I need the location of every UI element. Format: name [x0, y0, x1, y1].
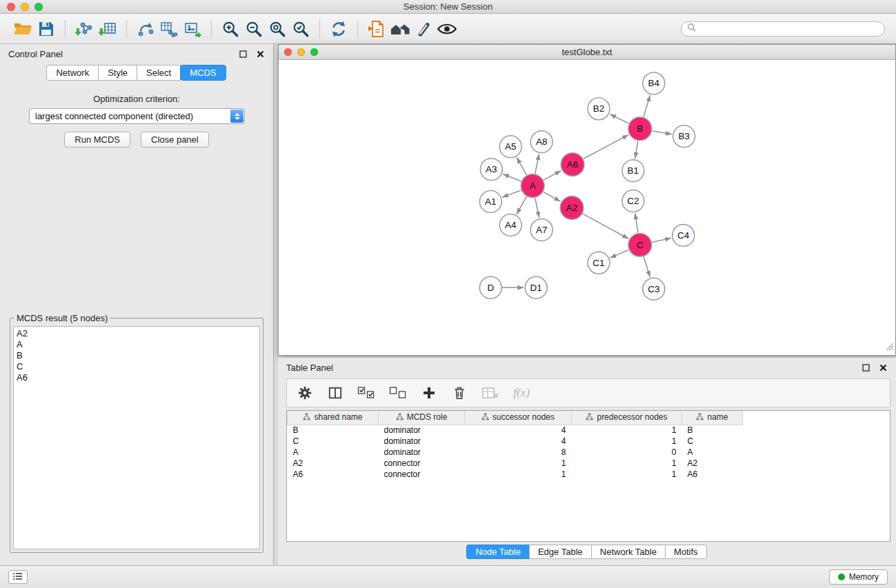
- table-cell[interactable]: 1: [572, 458, 682, 469]
- edge-A-A3[interactable]: [503, 174, 521, 181]
- edge-C-C2[interactable]: [635, 213, 638, 232]
- tab-node-table[interactable]: Node Table: [466, 545, 530, 559]
- graph-node-C1[interactable]: C1: [588, 252, 610, 274]
- graph-node-B1[interactable]: B1: [622, 160, 644, 182]
- home-icon[interactable]: [388, 18, 412, 40]
- float-panel-icon[interactable]: [239, 50, 248, 59]
- table-cell[interactable]: A6: [288, 469, 379, 480]
- table-cell[interactable]: B: [288, 425, 379, 436]
- apply-preferred-layout-icon[interactable]: [327, 18, 350, 40]
- table-cell[interactable]: A2: [682, 458, 743, 469]
- table-cell[interactable]: dominator: [379, 447, 465, 458]
- table-cell[interactable]: B: [682, 425, 743, 436]
- graph-node-C2[interactable]: C2: [622, 190, 644, 212]
- resize-grip-icon[interactable]: [886, 341, 894, 354]
- table-cell[interactable]: 0: [572, 447, 682, 458]
- table-cell[interactable]: 1: [465, 458, 572, 469]
- graph-node-B3[interactable]: B3: [673, 125, 695, 148]
- table-cell[interactable]: 1: [572, 469, 682, 480]
- table-row[interactable]: Bdominator41B: [288, 425, 743, 436]
- graph-node-A1[interactable]: A1: [479, 191, 501, 213]
- tab-motifs[interactable]: Motifs: [665, 545, 707, 559]
- open-session-icon[interactable]: [11, 18, 34, 40]
- network-window-titlebar[interactable]: testGlobe.txt: [279, 45, 895, 60]
- edge-A-A1[interactable]: [502, 190, 521, 197]
- table-cell[interactable]: 1: [572, 436, 682, 447]
- edge-B-B3[interactable]: [652, 131, 672, 134]
- graph-node-A4[interactable]: A4: [499, 214, 521, 236]
- graph-node-C[interactable]: C: [628, 233, 652, 256]
- column-header-name[interactable]: name: [682, 411, 743, 425]
- network-graph[interactable]: B4B2BB3A5A8A6B1A3AC2A1A2A4A7CC4C1C3DD1: [279, 61, 895, 355]
- column-header-shared-name[interactable]: shared name: [288, 411, 379, 425]
- delete-column-trash-icon[interactable]: [451, 384, 468, 402]
- table-cell[interactable]: connector: [379, 458, 465, 469]
- edge-B-B4[interactable]: [644, 95, 650, 117]
- table-settings-gear-icon[interactable]: [297, 384, 313, 402]
- edge-A-A6[interactable]: [544, 171, 561, 180]
- graph-node-D1[interactable]: D1: [525, 276, 547, 298]
- minimize-network-window-button[interactable]: [297, 48, 305, 56]
- maximize-network-window-button[interactable]: [310, 48, 318, 56]
- table-cell[interactable]: A2: [288, 458, 379, 469]
- table-cell[interactable]: dominator: [379, 436, 465, 447]
- graph-node-A5[interactable]: A5: [499, 136, 521, 158]
- zoom-fit-content-icon[interactable]: [266, 18, 289, 40]
- close-network-window-button[interactable]: [284, 48, 292, 56]
- table-cell[interactable]: 4: [465, 436, 572, 447]
- close-table-panel-icon[interactable]: [879, 363, 888, 372]
- tab-style[interactable]: Style: [98, 65, 137, 81]
- import-table-icon[interactable]: [96, 18, 119, 40]
- edge-A-A7[interactable]: [535, 198, 539, 218]
- float-table-panel-icon[interactable]: [862, 363, 870, 372]
- edge-C-C1[interactable]: [610, 250, 628, 258]
- edge-A6-B[interactable]: [584, 135, 628, 159]
- graph-node-A7[interactable]: A7: [530, 219, 552, 241]
- mcds-result-item[interactable]: B: [17, 350, 257, 361]
- deselect-all-icon[interactable]: [389, 384, 407, 402]
- table-cell[interactable]: C: [682, 436, 743, 447]
- show-columns-icon[interactable]: [327, 384, 344, 402]
- graph-node-B[interactable]: B: [628, 117, 652, 141]
- edge-A-A5[interactable]: [517, 157, 526, 175]
- table-cell[interactable]: dominator: [379, 425, 465, 436]
- table-cell[interactable]: A: [682, 447, 743, 458]
- table-cell[interactable]: connector: [379, 469, 465, 480]
- memory-button[interactable]: Memory: [829, 569, 888, 585]
- mcds-result-item[interactable]: A2: [17, 328, 257, 339]
- maximize-window-button[interactable]: [34, 3, 43, 11]
- table-cell[interactable]: 1: [572, 425, 682, 436]
- mcds-result-item[interactable]: A6: [17, 372, 257, 383]
- graph-node-A2[interactable]: A2: [560, 196, 584, 220]
- table-cell[interactable]: 8: [465, 447, 572, 458]
- close-panel-icon[interactable]: [256, 50, 265, 59]
- import-network-icon[interactable]: [72, 18, 96, 40]
- close-window-button[interactable]: [7, 3, 15, 11]
- edge-B-B2[interactable]: [610, 114, 629, 123]
- open-document-icon[interactable]: [365, 18, 388, 40]
- graph-node-D[interactable]: D: [479, 276, 501, 298]
- edge-A-A8[interactable]: [535, 154, 539, 174]
- zoom-in-icon[interactable]: [219, 18, 242, 40]
- column-header-predecessor-nodes[interactable]: predecessor nodes: [572, 411, 682, 425]
- node-table[interactable]: shared nameMCDS rolesuccessor nodesprede…: [286, 410, 890, 542]
- table-row[interactable]: Adominator80A: [288, 447, 743, 458]
- tab-select[interactable]: Select: [137, 65, 181, 81]
- edge-B-B1[interactable]: [635, 141, 638, 159]
- run-mcds-button[interactable]: Run MCDS: [64, 132, 130, 148]
- edge-A-A4[interactable]: [517, 196, 526, 214]
- mcds-result-item[interactable]: A: [17, 339, 257, 350]
- zoom-out-icon[interactable]: [242, 18, 266, 40]
- graph-node-B4[interactable]: B4: [643, 72, 665, 94]
- mcds-result-list[interactable]: A2ABCA6: [13, 326, 260, 549]
- table-cell[interactable]: A: [288, 447, 379, 458]
- table-cell[interactable]: C: [288, 436, 379, 447]
- table-row[interactable]: Cdominator41C: [288, 436, 743, 447]
- graph-node-C3[interactable]: C3: [643, 278, 665, 300]
- tab-edge-table[interactable]: Edge Table: [529, 545, 592, 559]
- graph-node-A6[interactable]: A6: [561, 153, 584, 176]
- close-panel-button[interactable]: Close panel: [141, 132, 209, 148]
- tab-network[interactable]: Network: [46, 65, 99, 81]
- select-all-icon[interactable]: [357, 384, 375, 402]
- table-row[interactable]: A2connector11A2: [288, 458, 743, 469]
